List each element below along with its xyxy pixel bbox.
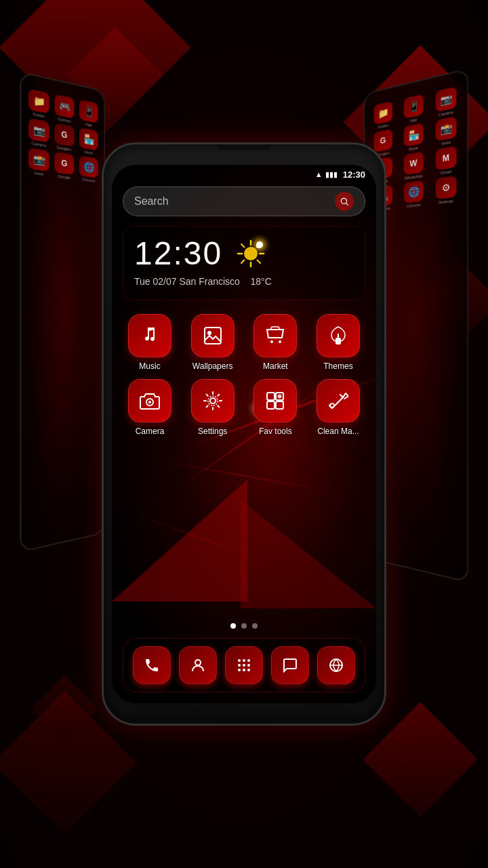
list-item: 📱 App <box>399 93 428 125</box>
svg-point-31 <box>243 659 245 662</box>
svg-rect-26 <box>276 401 283 409</box>
svg-rect-25 <box>267 401 274 409</box>
app-settings[interactable]: Settings <box>186 379 240 436</box>
svg-rect-23 <box>267 393 274 400</box>
dock-contacts[interactable] <box>179 646 217 684</box>
app-favtools-label: Fav tools <box>259 427 292 436</box>
notch <box>217 144 271 150</box>
camera-icon[interactable] <box>128 379 171 422</box>
list-item: 🌐 Chrome <box>399 180 428 210</box>
app-grid: Music Wallpapers <box>123 314 365 441</box>
themes-icon[interactable] <box>317 314 360 357</box>
svg-point-20 <box>148 401 151 403</box>
bottom-dock <box>123 638 365 692</box>
app-wallpapers-label: Wallpapers <box>192 361 233 371</box>
list-item: 📁 Folder <box>369 100 396 131</box>
page-dot-2[interactable] <box>241 623 247 629</box>
list-item: G Google+ <box>53 123 75 153</box>
svg-point-15 <box>270 340 273 343</box>
app-row-1: Music Wallpapers <box>123 314 365 371</box>
dock-phone[interactable] <box>133 646 171 684</box>
status-bar: ▲ ▮▮▮ 12:30 <box>112 165 376 184</box>
list-item: 📸 Insta <box>431 115 462 148</box>
sun-icon <box>236 239 266 269</box>
list-item: ⚙ Settings <box>431 175 462 205</box>
svg-point-35 <box>247 664 250 667</box>
page-dot-3[interactable] <box>252 623 258 629</box>
app-themes-label: Themes <box>323 361 352 371</box>
svg-point-21 <box>210 398 216 403</box>
favtools-icon[interactable] <box>253 379 297 422</box>
svg-point-14 <box>207 331 211 335</box>
search-bar[interactable]: Search <box>123 186 365 216</box>
list-item: 📱 App <box>78 99 99 128</box>
search-icon[interactable] <box>335 192 354 211</box>
svg-line-7 <box>241 244 245 248</box>
svg-point-36 <box>238 669 241 671</box>
cleanmaster-icon[interactable] <box>317 379 360 422</box>
app-row-2: Camera Settings <box>123 379 365 436</box>
list-item: 📸 Insta <box>27 147 51 177</box>
svg-rect-13 <box>205 328 221 344</box>
app-camera-label: Camera <box>136 427 165 436</box>
music-icon[interactable] <box>128 314 171 357</box>
svg-line-1 <box>346 203 348 205</box>
svg-line-10 <box>241 260 245 263</box>
svg-point-33 <box>238 664 241 667</box>
list-item: 🏪 Store <box>399 122 428 153</box>
list-item: 🏪 Store <box>78 127 99 156</box>
signal-icon: ▲ <box>315 170 323 178</box>
app-market[interactable]: Market <box>248 314 302 371</box>
svg-point-0 <box>341 198 346 203</box>
svg-point-37 <box>243 669 245 671</box>
app-settings-label: Settings <box>198 427 227 436</box>
svg-point-38 <box>247 669 250 671</box>
dock-messages[interactable] <box>271 646 309 684</box>
app-market-label: Market <box>263 361 288 371</box>
market-icon[interactable] <box>253 314 297 357</box>
svg-rect-17 <box>336 338 341 344</box>
app-wallpapers[interactable]: Wallpapers <box>186 314 240 371</box>
search-placeholder: Search <box>134 195 335 208</box>
dock-apps[interactable] <box>225 646 263 684</box>
page-dot-1[interactable] <box>230 623 236 629</box>
app-cleanmaster[interactable]: Clean Ma... <box>311 379 365 436</box>
app-music-label: Music <box>139 361 160 371</box>
wallpapers-icon[interactable] <box>191 314 235 357</box>
list-item: W WhatsApp <box>399 151 428 181</box>
clock-status: 12:30 <box>343 170 365 180</box>
battery-icon: ▮▮▮ <box>325 170 338 179</box>
svg-point-2 <box>244 247 258 260</box>
list-item: 📷 Camera <box>431 85 462 119</box>
list-item: 📁 Folder <box>27 88 51 119</box>
settings-icon[interactable] <box>191 379 235 422</box>
list-item: M Gmail <box>431 145 462 176</box>
side-phone-left: 📁 Folder 🎮 Games 📱 App 📷 Camera G Google… <box>20 71 105 553</box>
app-themes[interactable]: Themes <box>311 314 365 371</box>
svg-point-28 <box>330 403 334 408</box>
svg-point-32 <box>247 659 250 662</box>
clock-widget: 12:30 <box>123 226 365 300</box>
app-camera[interactable]: Camera <box>123 379 177 436</box>
svg-point-29 <box>195 660 201 665</box>
svg-line-8 <box>258 260 261 263</box>
app-music[interactable]: Music <box>123 314 177 371</box>
list-item: 🎮 Games <box>53 94 75 124</box>
svg-point-30 <box>238 659 241 662</box>
dock-browser[interactable] <box>317 646 355 684</box>
svg-point-34 <box>243 664 245 667</box>
svg-point-16 <box>279 340 281 343</box>
phone-device: ▲ ▮▮▮ 12:30 Search 12:30 <box>102 142 386 726</box>
page-indicator <box>112 623 376 629</box>
app-cleanmaster-label: Clean Ma... <box>317 427 359 436</box>
list-item: G Google <box>53 151 75 180</box>
clock-date: Tue 02/07 San Francisco 18°C <box>134 276 354 287</box>
clock-time-display: 12:30 <box>134 235 354 272</box>
list-item: 📷 Camera <box>27 118 51 149</box>
phone-shell: ▲ ▮▮▮ 12:30 Search 12:30 <box>102 142 386 726</box>
app-favtools[interactable]: Fav tools <box>248 379 302 436</box>
svg-point-27 <box>278 395 282 399</box>
list-item: 🌐 Chrome <box>78 155 99 184</box>
phone-screen: ▲ ▮▮▮ 12:30 Search 12:30 <box>112 165 376 703</box>
clock-hour-minute: 12:30 <box>134 235 222 272</box>
